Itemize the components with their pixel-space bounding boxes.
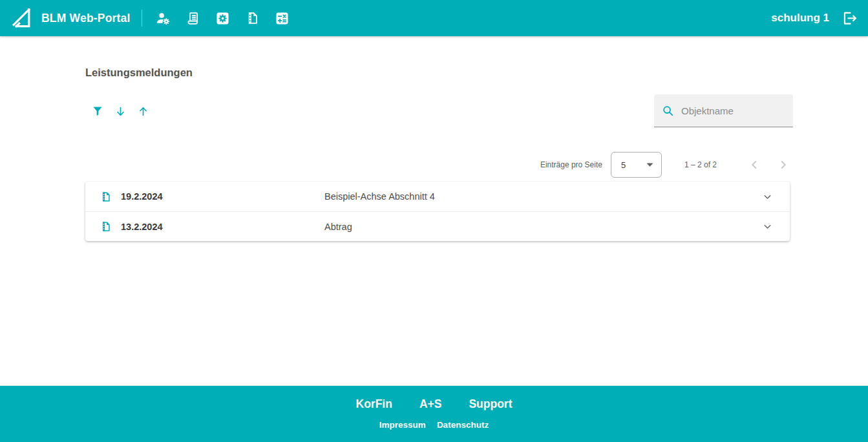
app-footer: KorFin A+S Support Impressum Datenschutz [0, 386, 868, 442]
nav-settings-button[interactable] [208, 0, 238, 36]
sort-ascending-button[interactable] [136, 104, 150, 118]
items-per-page-label: Einträge pro Seite [540, 160, 602, 169]
chevron-down-icon[interactable] [760, 220, 774, 234]
user-management-icon [156, 11, 171, 26]
row-object-name: Abtrag [324, 222, 760, 232]
search-icon [662, 105, 674, 117]
page-title: Leistungsmeldungen [85, 67, 193, 79]
search-input[interactable] [680, 105, 785, 117]
chevron-left-icon [747, 158, 761, 172]
page-range-label: 1 – 2 of 2 [684, 160, 717, 169]
nav-calculator-button[interactable] [268, 0, 297, 36]
footer-legal-links: Impressum Datenschutz [379, 420, 489, 430]
document-icon [100, 191, 112, 203]
nav-documents-button[interactable] [238, 0, 268, 36]
settings-icon [215, 11, 230, 26]
paginator: Einträge pro Seite 5 1 – 2 of 2 [540, 151, 792, 179]
nav-user-management-button[interactable] [149, 0, 178, 36]
logout-icon [841, 10, 858, 26]
app-title: BLM Web-Portal [41, 12, 131, 25]
row-object-name: Beispiel-Achse Abschnitt 4 [324, 191, 760, 202]
row-date: 19.2.2024 [121, 191, 324, 202]
list-toolbar [90, 104, 150, 118]
report-scroll-icon [185, 11, 200, 26]
page-size-select[interactable]: 5 [611, 152, 662, 178]
footer-link-korfin[interactable]: KorFin [356, 397, 392, 411]
logged-in-user: schulung 1 [771, 12, 829, 25]
chevron-right-icon [776, 158, 790, 172]
page-size-value: 5 [621, 160, 626, 170]
sort-descending-button[interactable] [113, 104, 127, 118]
sort-descending-icon [114, 105, 127, 118]
table-row[interactable]: 13.2.2024 Abtrag [85, 211, 790, 241]
filter-button[interactable] [90, 104, 105, 118]
footer-link-impressum[interactable]: Impressum [379, 420, 426, 430]
main-content: Leistungsmeldungen [0, 36, 868, 386]
nav-reports-button[interactable] [178, 0, 208, 36]
brand-logo-icon[interactable] [8, 5, 34, 31]
table-row[interactable]: 19.2.2024 Beispiel-Achse Abschnitt 4 [85, 182, 790, 211]
object-name-search [654, 94, 793, 127]
filter-icon [91, 105, 104, 118]
document-icon [100, 220, 112, 233]
results-card: 19.2.2024 Beispiel-Achse Abschnitt 4 [85, 182, 790, 241]
calculator-icon [275, 11, 290, 26]
blm-web-portal-app: BLM Web-Portal [0, 0, 868, 442]
logout-button[interactable] [840, 0, 859, 36]
footer-link-datenschutz[interactable]: Datenschutz [437, 420, 489, 430]
row-date: 13.2.2024 [121, 222, 324, 232]
chevron-down-icon[interactable] [760, 189, 774, 204]
caret-down-icon [646, 163, 653, 167]
documents-icon [246, 11, 260, 25]
footer-link-as[interactable]: A+S [419, 397, 442, 411]
footer-links: KorFin A+S Support [356, 397, 513, 411]
previous-page-button[interactable] [746, 156, 763, 173]
footer-link-support[interactable]: Support [469, 397, 512, 411]
header-divider [142, 10, 142, 26]
app-header: BLM Web-Portal [0, 0, 868, 36]
sort-ascending-icon [137, 105, 149, 118]
next-page-button[interactable] [775, 156, 792, 173]
